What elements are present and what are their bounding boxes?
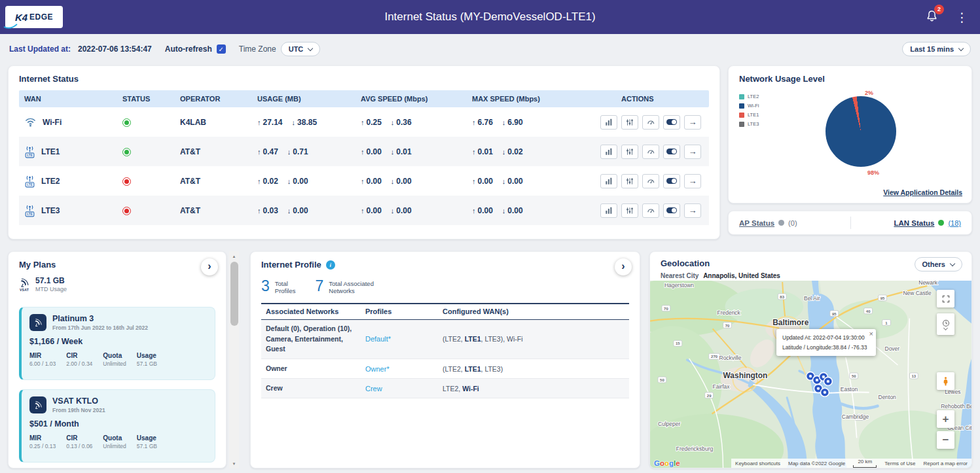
download-arrow-icon: ↓ (502, 207, 506, 215)
wans-text: LTE2, (443, 385, 462, 393)
internet-status-dashboard: K4 EDGE Internet Status (MY-DemoVesselOD… (0, 0, 980, 473)
stats-action-button[interactable] (600, 174, 617, 188)
report-map-error-link[interactable]: Report a map error (923, 461, 968, 466)
stats-action-button[interactable] (600, 145, 617, 159)
mir-label: MIR (29, 352, 56, 359)
info-icon[interactable]: i (326, 260, 335, 270)
map-canvas[interactable]: 7070839595401975050270301131529Hagerstow… (650, 281, 971, 468)
avg-up: 0.00 (367, 206, 382, 215)
wan-row-lte3: LTE3 AT&T ↑0.03↓0.00 ↑0.00↓0.00 ↑0.00↓0.… (19, 196, 709, 225)
config-action-button[interactable] (621, 145, 638, 159)
details-action-button[interactable]: → (684, 203, 701, 218)
details-action-button[interactable]: → (684, 145, 701, 159)
wan-name: LTE1 (41, 147, 60, 156)
keyboard-shortcuts-link[interactable]: Keyboard shortcuts (735, 461, 780, 466)
scroll-up-arrow[interactable]: ▲ (229, 251, 239, 261)
profile-link[interactable]: Crew (365, 385, 382, 393)
toggle-on-icon (666, 207, 677, 213)
details-action-button[interactable]: → (684, 174, 701, 188)
max-up: 0.00 (478, 177, 493, 186)
config-action-button[interactable] (621, 174, 638, 188)
notification-bell-icon[interactable]: 2 (925, 9, 939, 26)
details-action-button[interactable]: → (684, 115, 701, 130)
usage-label: Usage (137, 434, 157, 442)
logo-k4-text: K4 (15, 12, 27, 23)
avg-down: 0.00 (396, 206, 411, 215)
profile-link[interactable]: Owner* (365, 365, 390, 373)
profile-link[interactable]: Default* (365, 335, 391, 343)
last-updated-value: 2022-07-06 13:54:47 (78, 44, 152, 54)
speedtest-action-button[interactable] (642, 203, 659, 218)
k4-edge-logo[interactable]: K4 EDGE (5, 6, 63, 28)
terms-of-use-link[interactable]: Terms of Use (884, 461, 915, 466)
auto-refresh-checkbox[interactable]: ✓ (217, 44, 226, 54)
stats-action-button[interactable] (600, 203, 617, 218)
svg-text:50: 50 (660, 378, 664, 382)
usage-pie-chart[interactable] (826, 96, 896, 167)
timezone-select[interactable]: UTC (281, 42, 321, 56)
zoom-out-button[interactable]: − (937, 431, 954, 449)
route-shield: 1 (882, 320, 891, 326)
scale-bar (853, 465, 877, 468)
map-scale: 20 km (853, 459, 877, 468)
map-city-label: Denton (879, 394, 897, 400)
max-up: 0.00 (478, 206, 493, 215)
logo-swoosh-icon (3, 22, 18, 29)
svg-text:70: 70 (664, 307, 668, 311)
legend-label: LTE3 (748, 121, 759, 127)
plan-card-platinum3[interactable]: Platinum 3 From 17th Jun 2022 to 16th Ju… (19, 307, 215, 380)
upload-arrow-icon: ↑ (472, 177, 476, 185)
geolocation-filter-select[interactable]: Others (915, 257, 962, 272)
pegman-button[interactable] (937, 372, 954, 390)
status-down-dot (122, 177, 131, 186)
toggle-action-button[interactable] (663, 115, 680, 130)
speedtest-action-button[interactable] (642, 115, 659, 130)
upload-arrow-icon: ↑ (361, 207, 365, 215)
scroll-down-arrow[interactable]: ▼ (229, 459, 239, 468)
scroll-thumb[interactable] (230, 262, 238, 326)
toggle-action-button[interactable] (663, 203, 680, 218)
popup-updated-at: Updated At: 2022-07-04 19:30:00 (782, 334, 867, 341)
download-arrow-icon: ↓ (391, 148, 395, 156)
svg-text:270: 270 (711, 355, 718, 359)
zoom-in-button[interactable]: + (937, 410, 954, 428)
toggle-action-button[interactable] (663, 174, 680, 188)
view-application-details-link[interactable]: View Application Details (883, 188, 962, 196)
wifi-icon (24, 116, 37, 128)
map[interactable]: 7070839595401975050270301131529Hagerstow… (650, 281, 971, 468)
toggle-action-button[interactable] (663, 145, 680, 159)
plan-period: From 19th Nov 2021 (52, 407, 105, 413)
internet-profile-expand-button[interactable]: › (615, 258, 632, 275)
page-title: Internet Status (MY-DemoVesselOD-LTE1) (12, 10, 968, 24)
arrow-right-icon: → (689, 206, 697, 215)
ap-status-link[interactable]: AP Status (739, 219, 774, 227)
speedtest-action-button[interactable] (642, 174, 659, 188)
popup-close-icon[interactable]: × (869, 330, 873, 338)
stats-action-button[interactable] (600, 115, 617, 130)
max-down: 6.90 (507, 118, 522, 127)
vertical-scrollbar[interactable]: ▲ ▼ (229, 251, 239, 468)
wan-name: LTE2 (41, 177, 60, 186)
auto-refresh-label: Auto-refresh (165, 44, 212, 54)
geolocation-title: Geolocation (661, 258, 710, 268)
plan-card-vsat-ktlo[interactable]: VSAT KTLO From 19th Nov 2021 $501 / Mont… (19, 389, 215, 463)
history-button[interactable] (937, 313, 954, 335)
arrow-right-icon: → (689, 177, 697, 185)
map-data-credit: Map data ©2022 Google (788, 461, 845, 466)
vsat-icon-label: VSAT (20, 288, 29, 292)
operator-value: AT&T (175, 177, 252, 186)
config-action-button[interactable] (621, 203, 638, 218)
svg-text:70: 70 (725, 324, 730, 328)
lan-status-link[interactable]: LAN Status (894, 219, 934, 227)
config-action-button[interactable] (621, 115, 638, 130)
time-range-select[interactable]: Last 15 mins (902, 42, 971, 56)
lte-antenna-icon (24, 175, 35, 188)
quota-label: Quota (103, 352, 126, 359)
route-shield: 13 (909, 373, 918, 379)
mtd-usage-value: 57.1 GB (35, 276, 67, 285)
speedtest-action-button[interactable] (642, 145, 659, 159)
fullscreen-button[interactable] (937, 290, 954, 307)
kebab-menu-icon[interactable]: ⋮ (956, 11, 968, 24)
my-plans-expand-button[interactable]: › (201, 258, 218, 275)
lan-status-count[interactable]: (18) (948, 219, 961, 227)
